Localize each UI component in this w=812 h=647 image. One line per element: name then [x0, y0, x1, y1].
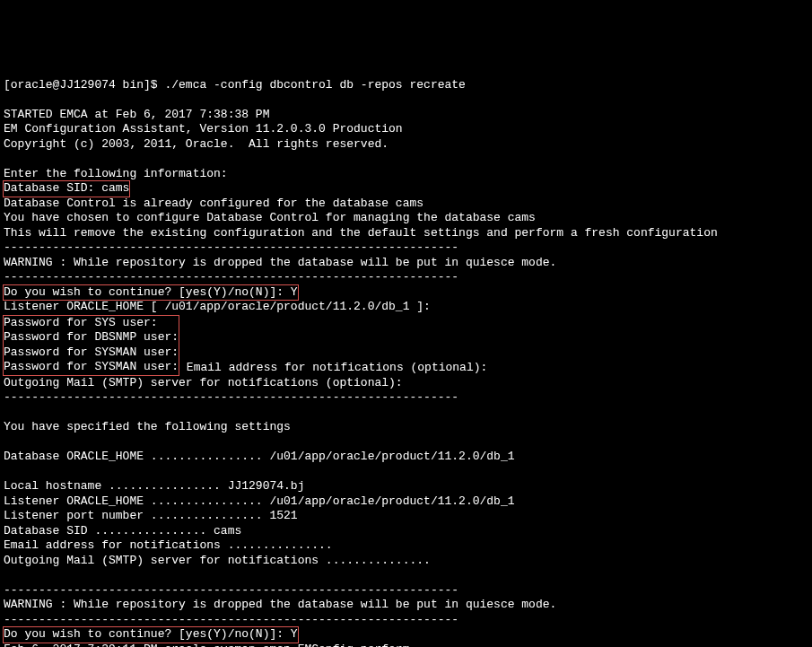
database-sid-highlight: Database SID: cams	[4, 181, 129, 197]
divider-line: ----------------------------------------…	[4, 390, 458, 404]
divider-line: ----------------------------------------…	[4, 270, 458, 284]
password-sysman-line: Password for SYSMAN user:	[3, 345, 179, 361]
email-line: Email address for notifications ........…	[4, 538, 333, 552]
password-dbsnmp-line: Password for DBSNMP user:	[3, 330, 179, 345]
divider-line: ----------------------------------------…	[4, 613, 458, 626]
version-line: EM Configuration Assistant, Version 11.2…	[4, 122, 403, 136]
password-prompts-highlight: Password for SYS user: Password for DBSN…	[4, 315, 179, 376]
listener-line: Listener ORACLE_HOME [ /u01/app/oracle/p…	[4, 300, 431, 313]
password-sys-line: Password for SYS user:	[3, 315, 179, 331]
continue-prompt-highlight-2: Do you wish to continue? [yes(Y)/no(N)]:…	[4, 627, 298, 643]
listener-port-line: Listener port number ................ 15…	[4, 509, 298, 522]
copyright-line: Copyright (c) 2003, 2011, Oracle. All ri…	[4, 137, 389, 151]
divider-line: ----------------------------------------…	[4, 583, 458, 597]
warning-line-2: WARNING : While repository is dropped th…	[4, 598, 556, 611]
chosen-line: You have chosen to configure Database Co…	[4, 211, 536, 224]
listener-oracle-home-line: Listener ORACLE_HOME ................ /u…	[4, 494, 515, 508]
dbcontrol-status-line: Database Control is already configured f…	[4, 197, 423, 210]
continue-prompt-highlight: Do you wish to continue? [yes(Y)/no(N)]:…	[4, 285, 298, 301]
password-sysman2-line: Password for SYSMAN user:	[3, 360, 179, 376]
warning-line: WARNING : While repository is dropped th…	[4, 256, 556, 269]
email-address-line: Email address for notifications (optiona…	[179, 360, 487, 373]
enter-info-line: Enter the following information:	[4, 167, 228, 180]
local-hostname-line: Local hostname ................ JJ129074…	[4, 479, 304, 493]
shell-prompt-line: [oracle@JJ129074 bin]$ ./emca -config db…	[4, 78, 466, 92]
smtp-line: Outgoing Mail (SMTP) server for notifica…	[4, 376, 403, 389]
smtp-line-2: Outgoing Mail (SMTP) server for notifica…	[4, 554, 431, 567]
started-line: STARTED EMCA at Feb 6, 2017 7:38:38 PM	[4, 108, 269, 121]
database-sid-line: Database SID ................ cams	[4, 524, 241, 538]
terminal-output: [oracle@JJ129074 bin]$ ./emca -config db…	[0, 59, 812, 647]
db-oracle-home-line: Database ORACLE_HOME ................ /u…	[4, 450, 515, 463]
remove-line: This will remove the existing configurat…	[4, 226, 718, 240]
divider-line: ----------------------------------------…	[4, 240, 458, 254]
log-line: Feb 6, 2017 7:39:11 PM oracle.sysman.emc…	[4, 643, 409, 648]
specified-line: You have specified the following setting…	[4, 420, 291, 433]
